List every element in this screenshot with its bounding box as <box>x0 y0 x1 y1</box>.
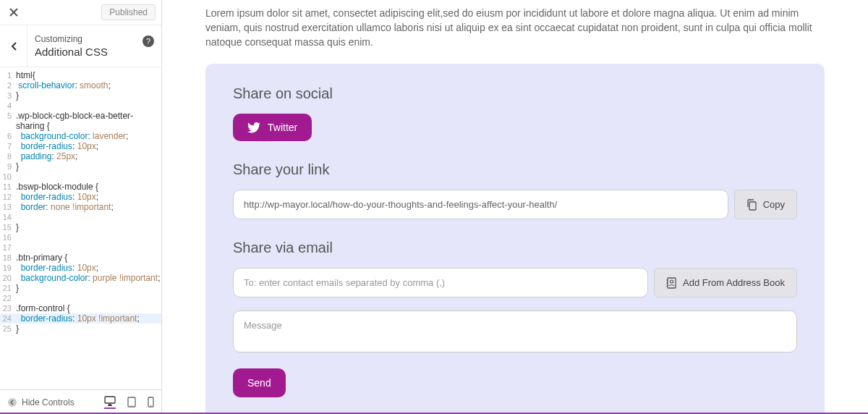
code-line[interactable]: 6 background-color: lavender; <box>0 131 161 141</box>
copy-button[interactable]: Copy <box>734 190 797 219</box>
chevron-left-circle-icon <box>7 397 17 407</box>
device-switcher <box>104 396 154 409</box>
message-input[interactable] <box>233 310 797 352</box>
code-line[interactable]: 25} <box>0 324 161 334</box>
code-line[interactable]: 12 border-radius: 10px; <box>0 192 161 202</box>
close-icon <box>9 8 18 17</box>
svg-rect-6 <box>749 202 756 210</box>
sidebar-header: Customizing Additional CSS ? <box>0 25 161 67</box>
email-section: Share via email Add From Address Book Se… <box>233 240 797 397</box>
sharing-card: Share on social Twitter Share your link … <box>205 64 825 414</box>
customizer-sidebar: Published Customizing Additional CSS ? 1… <box>0 0 162 414</box>
preview-pane: Lorem ipsum dolor sit amet, consectet ad… <box>162 0 868 414</box>
code-line[interactable]: 10 <box>0 172 161 182</box>
code-line[interactable]: 2 scroll-behavior: smooth; <box>0 80 161 90</box>
code-line[interactable]: 20 background-color: purple !important; <box>0 273 161 283</box>
css-editor[interactable]: 1html{2 scroll-behavior: smooth;3}45.wp-… <box>0 67 161 389</box>
twitter-button[interactable]: Twitter <box>233 114 312 141</box>
to-input[interactable] <box>233 268 648 297</box>
section-title: Additional CSS <box>35 46 154 58</box>
addbook-button[interactable]: Add From Address Book <box>654 268 797 297</box>
code-line[interactable]: 13 border: none !important; <box>0 202 161 212</box>
email-heading: Share via email <box>233 240 797 256</box>
addbook-label: Add From Address Book <box>683 277 785 288</box>
hide-controls-label: Hide Controls <box>22 397 75 407</box>
help-button[interactable]: ? <box>142 35 154 47</box>
code-line[interactable]: 9} <box>0 161 161 172</box>
code-line[interactable]: 18.btn-primary { <box>0 253 161 263</box>
copy-label: Copy <box>763 199 785 210</box>
address-book-icon <box>666 277 677 289</box>
code-line[interactable]: 23.form-control { <box>0 303 161 313</box>
tablet-icon <box>127 397 136 407</box>
code-line[interactable]: 8 padding: 25px; <box>0 151 161 161</box>
code-line[interactable]: 5.wp-block-cgb-block-ea-better-sharing { <box>0 111 161 131</box>
device-desktop[interactable] <box>104 396 116 409</box>
code-line[interactable]: 14 <box>0 212 161 222</box>
chevron-left-icon <box>10 41 17 51</box>
social-section: Share on social Twitter <box>233 85 797 141</box>
code-line[interactable]: 11.bswp-block-module { <box>0 182 161 192</box>
back-button[interactable] <box>0 25 27 67</box>
svg-point-3 <box>131 405 132 406</box>
desktop-icon <box>104 396 116 406</box>
social-heading: Share on social <box>233 85 797 102</box>
customizing-label: Customizing <box>35 34 154 44</box>
svg-point-8 <box>671 280 673 283</box>
lorem-text: Lorem ipsum dolor sit amet, consectet ad… <box>162 0 868 64</box>
device-mobile[interactable] <box>148 397 154 407</box>
twitter-label: Twitter <box>268 122 297 133</box>
published-button[interactable]: Published <box>101 4 156 20</box>
link-section: Share your link Copy <box>233 161 797 219</box>
code-line[interactable]: 4 <box>0 101 161 111</box>
code-line[interactable]: 1html{ <box>0 70 161 80</box>
mobile-icon <box>148 397 154 407</box>
code-line[interactable]: 3} <box>0 90 161 101</box>
close-button[interactable] <box>6 4 22 20</box>
code-line[interactable]: 24 border-radius: 10px !important; <box>0 313 161 324</box>
code-line[interactable]: 17 <box>0 242 161 253</box>
link-heading: Share your link <box>233 161 797 178</box>
hide-controls-button[interactable]: Hide Controls <box>7 397 75 407</box>
code-line[interactable]: 21} <box>0 283 161 293</box>
sidebar-top-bar: Published <box>0 0 161 25</box>
code-line[interactable]: 16 <box>0 232 161 242</box>
svg-point-0 <box>8 398 17 407</box>
svg-rect-1 <box>105 397 115 403</box>
sidebar-footer: Hide Controls <box>0 389 161 414</box>
svg-point-5 <box>150 405 151 406</box>
code-line[interactable]: 22 <box>0 293 161 303</box>
code-line[interactable]: 19 border-radius: 10px; <box>0 263 161 273</box>
code-line[interactable]: 7 border-radius: 10px; <box>0 141 161 151</box>
twitter-icon <box>247 122 260 133</box>
link-input[interactable] <box>233 190 728 219</box>
copy-icon <box>746 199 757 211</box>
code-line[interactable]: 15} <box>0 222 161 232</box>
send-button[interactable]: Send <box>233 368 286 397</box>
device-tablet[interactable] <box>127 397 136 407</box>
